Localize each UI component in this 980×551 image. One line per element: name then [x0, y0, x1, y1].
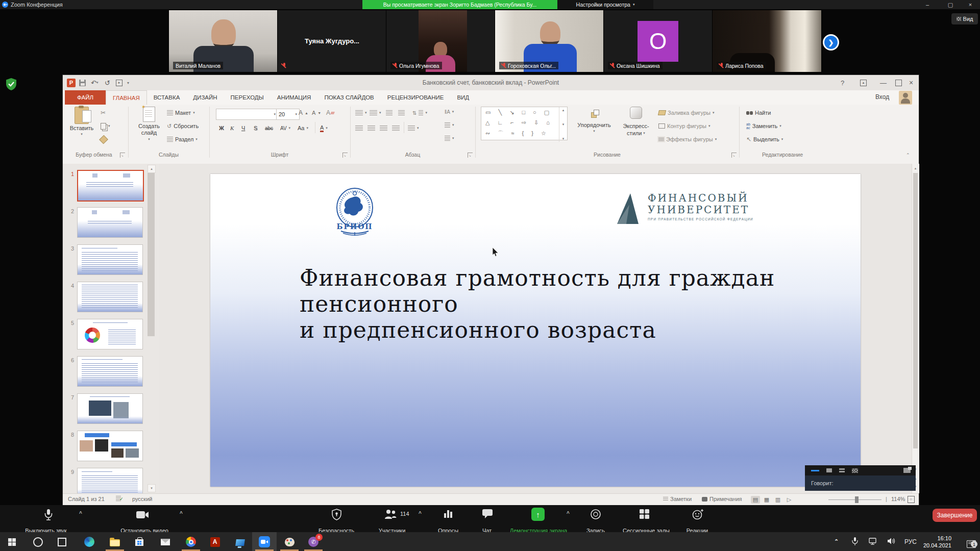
proofing-icon[interactable]: ✓	[116, 496, 124, 502]
zoom-slider[interactable]	[828, 499, 881, 500]
breakout-rooms-icon[interactable]	[639, 509, 650, 519]
mail-icon[interactable]	[159, 535, 172, 548]
slide[interactable]: БРИОП ФИНАНСОВЫЙ УНИВЕРСИТЕТ ПРИ ПРАВИТЕ…	[210, 174, 861, 487]
numbering-button[interactable]: ▾	[370, 108, 381, 118]
decrease-indent-button[interactable]	[386, 108, 393, 118]
slide-thumbnail-3[interactable]	[77, 244, 143, 275]
bullets-button[interactable]: ▾	[355, 108, 367, 118]
replace-button[interactable]: abac Заменить▾	[746, 121, 781, 131]
camera-icon[interactable]	[136, 510, 149, 519]
shapes-gallery-scroll[interactable]: ▴▾▾	[559, 107, 567, 142]
slide-thumbnail-2[interactable]	[77, 207, 143, 238]
sign-in-link[interactable]: Вход	[875, 93, 889, 101]
copy-button[interactable]: ▾	[101, 121, 110, 131]
paragraph-dialog-launcher[interactable]: ↘	[468, 153, 473, 158]
tab-design[interactable]: ДИЗАЙН	[186, 90, 224, 105]
polls-icon[interactable]	[443, 509, 453, 519]
record-icon[interactable]	[590, 509, 601, 520]
next-gallery-page-button[interactable]: ❯	[823, 34, 839, 51]
zoom-percentage[interactable]: 114%	[891, 496, 905, 502]
align-text-button[interactable]: ▾	[445, 120, 454, 130]
edge-icon[interactable]	[83, 535, 96, 548]
columns-button[interactable]: ▾	[408, 123, 419, 133]
section-button[interactable]: Раздел▾	[167, 134, 198, 144]
participants-icon[interactable]	[384, 509, 397, 520]
cut-button[interactable]: ✂	[101, 108, 106, 118]
scrollbar-thumb[interactable]	[913, 173, 918, 448]
movies-tv-icon[interactable]	[233, 535, 247, 548]
video-tile-4[interactable]: Гороховская Ольг...	[495, 10, 604, 72]
slide-thumbnail-7[interactable]	[77, 393, 143, 424]
tray-network-icon[interactable]	[869, 538, 878, 545]
video-tile-1[interactable]: Виталий Маланов	[168, 10, 278, 72]
notes-button[interactable]: Заметки	[663, 496, 692, 502]
clear-formatting-button[interactable]: A	[326, 108, 334, 118]
grow-font-button[interactable]: A▲	[299, 108, 308, 118]
reading-view-button[interactable]: ▥	[773, 496, 782, 504]
security-icon[interactable]	[332, 509, 341, 520]
align-left-button[interactable]	[355, 123, 363, 133]
shrink-font-button[interactable]: A▼	[312, 108, 321, 118]
share-screen-icon[interactable]: ↑	[531, 508, 545, 521]
account-avatar[interactable]	[899, 91, 912, 105]
font-color-button[interactable]: A▾	[320, 123, 328, 133]
tab-animations[interactable]: АНИМАЦИЯ	[271, 90, 318, 105]
font-size-combo[interactable]: 20▾	[276, 109, 300, 120]
video-tile-6[interactable]: Лариса Попова	[712, 10, 822, 72]
increase-indent-button[interactable]	[398, 108, 405, 118]
window-maximize-button[interactable]: ▢	[942, 0, 959, 9]
format-painter-button[interactable]	[101, 134, 107, 144]
slide-thumbnail-8[interactable]	[77, 431, 143, 461]
ppt-minimize-button[interactable]: —	[880, 78, 887, 87]
thumb-scroll-down[interactable]: ▾	[148, 484, 156, 492]
change-case-button[interactable]: Aa▾	[298, 123, 308, 133]
shape-effects-button[interactable]: Эффекты фигуры▾	[658, 134, 717, 144]
file-explorer-icon[interactable]	[108, 535, 121, 548]
tab-view[interactable]: ВИД	[450, 90, 476, 105]
scroll-up-button[interactable]: ▴	[913, 165, 918, 172]
underline-button[interactable]: Ч	[241, 123, 245, 133]
find-button[interactable]: Найти	[746, 108, 771, 118]
ppt-restore-button[interactable]	[895, 78, 902, 87]
undo-button[interactable]: ↶▾	[91, 78, 98, 87]
ribbon-display-options-button[interactable]: ▴	[860, 78, 867, 87]
zoom-slider-thumb[interactable]	[855, 496, 859, 503]
tray-expand-chevron[interactable]: ⌃	[834, 538, 839, 545]
normal-view-button[interactable]: ▤	[751, 496, 760, 504]
align-right-button[interactable]	[380, 123, 387, 133]
mic-options-chevron[interactable]: ^	[79, 511, 82, 516]
store-icon[interactable]	[133, 535, 146, 548]
font-name-combo[interactable]: ▾	[216, 109, 278, 120]
tab-home[interactable]: ГЛАВНАЯ	[106, 90, 147, 105]
repeat-button[interactable]: ↺	[105, 78, 110, 87]
video-tile-2[interactable]: Туяна Жугдуро...	[277, 10, 387, 72]
collapse-ribbon-button[interactable]: ⌃	[906, 153, 910, 158]
ppt-close-button[interactable]: ×	[909, 78, 913, 87]
clipboard-dialog-launcher[interactable]: ↘	[120, 153, 125, 158]
share-options-chevron[interactable]: ^	[567, 511, 570, 516]
new-slide-button[interactable]: Создать слайд ▾	[134, 107, 164, 141]
tray-clock[interactable]: 16:10 20.04.2021	[922, 535, 951, 549]
tab-slideshow[interactable]: ПОКАЗ СЛАЙДОВ	[317, 90, 380, 105]
speaker-view-icon[interactable]	[826, 468, 832, 472]
character-spacing-button[interactable]: AV▾	[280, 123, 290, 133]
start-slideshow-button[interactable]: ▸	[116, 78, 122, 87]
mic-icon[interactable]	[43, 509, 54, 521]
thumb-scrollbar[interactable]	[148, 173, 155, 336]
slide-thumbnail-4[interactable]	[77, 282, 143, 312]
tray-mic-icon[interactable]	[851, 537, 859, 546]
tab-review[interactable]: РЕЦЕНЗИРОВАНИЕ	[381, 90, 451, 105]
slide-thumbnail-6[interactable]	[77, 356, 143, 387]
paint-icon[interactable]	[283, 535, 296, 548]
convert-smartart-button[interactable]: ▾	[445, 133, 454, 143]
slide-thumbnail-1[interactable]	[77, 170, 144, 202]
start-button[interactable]	[5, 535, 18, 548]
acrobat-icon[interactable]: A	[208, 535, 222, 548]
language-indicator[interactable]: русский	[132, 496, 152, 502]
layout-button[interactable]: Макет▾	[167, 108, 195, 118]
end-meeting-button[interactable]: Завершение	[933, 509, 977, 522]
task-view-icon[interactable]	[55, 535, 68, 548]
align-center-button[interactable]	[368, 123, 375, 133]
tab-insert[interactable]: ВСТАВКА	[147, 90, 187, 105]
slide-thumbnail-5[interactable]	[77, 319, 143, 349]
